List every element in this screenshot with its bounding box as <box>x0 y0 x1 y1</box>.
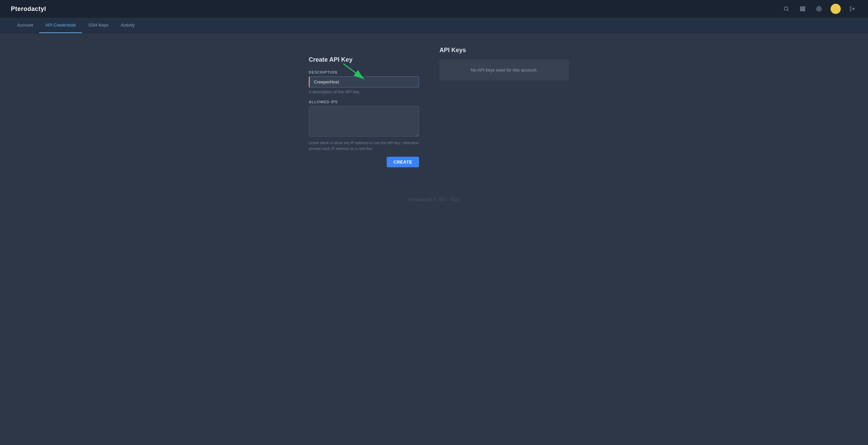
form-footer: CREATE <box>309 157 419 167</box>
allowed-ips-label: ALLOWED IPS <box>309 100 419 104</box>
subnav: Account API Credentials SSH Keys Activit… <box>0 18 868 33</box>
page-footer: Pterodactyl® © 2015 - 2021 <box>0 190 868 209</box>
tab-account[interactable]: Account <box>11 18 39 33</box>
allowed-ips-input[interactable] <box>309 106 419 137</box>
svg-rect-4 <box>800 10 805 11</box>
description-field: DESCRIPTION A description of this API ke… <box>309 70 419 94</box>
svg-rect-3 <box>800 9 805 10</box>
app-logo: Pterodactyl <box>11 5 46 13</box>
empty-keys-message: No API keys exist for this account. <box>471 67 538 73</box>
settings-icon[interactable] <box>814 4 824 14</box>
create-panel-title: Create API Key <box>309 56 419 63</box>
footer-text: Pterodactyl® © 2015 - 2021 <box>409 197 459 202</box>
api-keys-title: API Keys <box>439 47 569 54</box>
allowed-ips-field: ALLOWED IPS Leave blank to allow any IP … <box>309 100 419 151</box>
api-keys-panel: API Keys No API keys exist for this acco… <box>439 47 569 177</box>
allowed-ips-hint: Leave blank to allow any IP address to u… <box>309 140 419 151</box>
svg-point-5 <box>818 8 820 10</box>
description-input[interactable] <box>309 76 419 88</box>
tab-activity[interactable]: Activity <box>115 18 141 33</box>
description-label: DESCRIPTION <box>309 70 419 74</box>
topbar-icons <box>782 4 857 14</box>
description-input-wrapper <box>309 76 419 88</box>
user-avatar[interactable] <box>831 4 841 14</box>
logout-icon[interactable] <box>848 4 857 14</box>
svg-rect-2 <box>800 7 805 8</box>
create-api-key-panel: Create API Key DESCRIPTION A description… <box>299 47 429 177</box>
servers-icon[interactable] <box>798 4 807 14</box>
main-content: Create API Key DESCRIPTION A description… <box>0 33 868 190</box>
svg-point-0 <box>784 7 788 11</box>
search-icon[interactable] <box>782 4 791 14</box>
create-button[interactable]: CREATE <box>387 157 419 167</box>
topbar: Pterodactyl <box>0 0 868 18</box>
description-hint: A description of this API key. <box>309 90 419 94</box>
empty-keys-box: No API keys exist for this account. <box>439 59 569 80</box>
tab-ssh-keys[interactable]: SSH Keys <box>82 18 114 33</box>
svg-line-1 <box>787 10 788 11</box>
tab-api-credentials[interactable]: API Credentials <box>39 18 82 33</box>
